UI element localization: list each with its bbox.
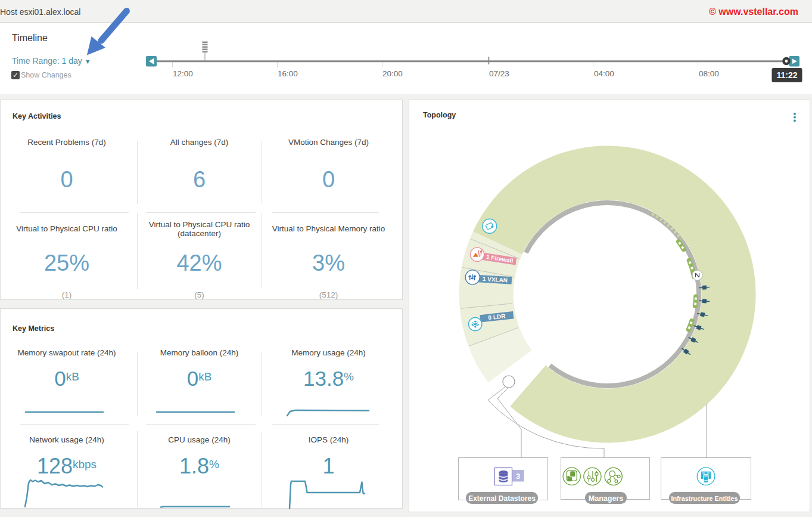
svg-text:20:00: 20:00 [382,69,403,78]
svg-text:04:00: 04:00 [594,69,614,78]
svg-text:3: 3 [516,472,520,481]
svg-text:Infrastructure Entities: Infrastructure Entities [671,495,738,502]
svg-text:08:00: 08:00 [699,69,719,78]
svg-text:07/23: 07/23 [489,69,509,78]
svg-text:16:00: 16:00 [278,69,298,78]
svg-text:External Datastores: External Datastores [468,494,536,503]
svg-text:12:00: 12:00 [173,69,193,78]
svg-text:11:22: 11:22 [776,70,797,80]
svg-text:Managers: Managers [589,494,623,503]
